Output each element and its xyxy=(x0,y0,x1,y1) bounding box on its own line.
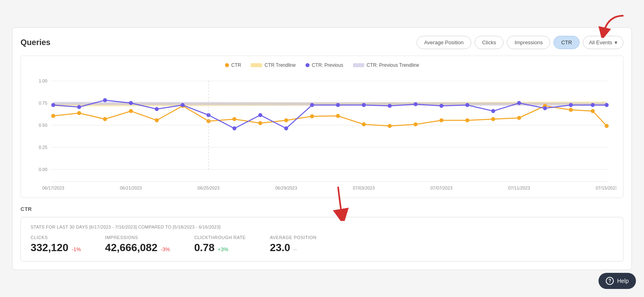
svg-point-55 xyxy=(569,103,573,107)
help-button[interactable]: ? Help xyxy=(599,273,636,289)
svg-point-12 xyxy=(51,114,55,118)
svg-point-40 xyxy=(181,103,185,107)
stat-ctr-value: 0.78 xyxy=(194,241,215,254)
ctr-section: CTR STATS FOR LAST 30 DAYS [6/17/2023 - … xyxy=(21,206,623,262)
legend-ctr-trendline-swatch xyxy=(251,63,262,67)
svg-point-51 xyxy=(465,103,469,107)
stat-impressions-change: -3% xyxy=(161,246,170,252)
svg-text:0.50: 0.50 xyxy=(39,122,47,127)
stat-ctr: CLICKTHROUGH RATE 0.78 +3% xyxy=(194,235,246,254)
svg-point-48 xyxy=(388,104,392,108)
svg-text:06/21/2023: 06/21/2023 xyxy=(120,185,142,190)
svg-point-33 xyxy=(591,109,595,113)
stat-ctr-change: +3% xyxy=(218,246,228,252)
svg-text:0.00: 0.00 xyxy=(39,167,47,171)
chevron-down-icon: ▾ xyxy=(615,39,617,45)
legend-ctr-previous-dot xyxy=(305,63,310,67)
svg-text:07/03/2023: 07/03/2023 xyxy=(353,185,375,190)
svg-point-25 xyxy=(388,124,392,128)
stat-clicks-value-row: 332,120 -1% xyxy=(31,241,81,254)
svg-point-44 xyxy=(284,126,288,130)
svg-text:07/07/2023: 07/07/2023 xyxy=(431,185,452,190)
svg-point-56 xyxy=(591,103,595,107)
filter-btn-ctr[interactable]: CTR xyxy=(553,36,580,49)
svg-point-21 xyxy=(284,118,288,122)
stat-impressions-label: IMPRESSIONS xyxy=(105,235,170,240)
stats-header: STATS FOR LAST 30 DAYS [6/17/2023 - 7/16… xyxy=(31,225,613,229)
svg-point-14 xyxy=(103,117,107,121)
svg-point-57 xyxy=(605,103,609,107)
svg-text:06/25/2023: 06/25/2023 xyxy=(198,185,219,190)
svg-point-36 xyxy=(77,105,81,109)
main-container: Queries Average Position Clicks Impressi… xyxy=(12,27,632,270)
stat-clicks: CLICKS 332,120 -1% xyxy=(31,235,81,254)
stat-avg-position-value: 23.0 xyxy=(270,241,290,254)
line-chart: 1.00 0.75 0.50 0.25 0.00 xyxy=(27,73,617,194)
stat-clicks-change: -1% xyxy=(72,246,81,252)
stat-impressions-value-row: 42,666,082 -3% xyxy=(105,241,170,254)
page-title: Queries xyxy=(21,38,50,47)
svg-point-29 xyxy=(491,117,495,121)
svg-point-45 xyxy=(310,103,314,107)
svg-point-47 xyxy=(362,103,366,107)
header-row: Queries Average Position Clicks Impressi… xyxy=(21,36,623,49)
svg-point-13 xyxy=(77,111,81,115)
all-events-wrapper: All Events ▾ xyxy=(583,36,623,49)
svg-text:07/11/2023: 07/11/2023 xyxy=(508,185,530,190)
svg-point-52 xyxy=(491,109,495,113)
filter-btn-impressions[interactable]: Impressions xyxy=(507,36,550,49)
svg-point-50 xyxy=(440,104,444,108)
filter-btn-clicks[interactable]: Clicks xyxy=(475,36,504,49)
svg-point-35 xyxy=(51,103,55,107)
svg-point-26 xyxy=(414,122,418,126)
stats-relative: STATS FOR LAST 30 DAYS [6/17/2023 - 7/16… xyxy=(21,217,623,262)
filter-buttons: Average Position Clicks Impressions CTR xyxy=(417,36,623,49)
stat-ctr-label: CLICKTHROUGH RATE xyxy=(194,235,246,240)
svg-point-22 xyxy=(310,114,314,118)
chart-container: CTR CTR Trendline CTR: Previous CTR: Pre… xyxy=(21,56,623,198)
stat-avg-position: AVERAGE POSITION 23.0 -- xyxy=(270,235,316,254)
svg-point-23 xyxy=(336,114,340,118)
svg-text:0.25: 0.25 xyxy=(39,144,47,149)
svg-text:06/17/2023: 06/17/2023 xyxy=(42,185,64,190)
svg-point-16 xyxy=(155,118,159,122)
svg-point-19 xyxy=(232,117,236,121)
svg-point-32 xyxy=(569,108,573,112)
svg-point-43 xyxy=(258,113,262,117)
svg-point-46 xyxy=(336,103,340,107)
stat-impressions: IMPRESSIONS 42,666,082 -3% xyxy=(105,235,170,254)
svg-text:06/29/2023: 06/29/2023 xyxy=(275,185,297,190)
svg-point-20 xyxy=(258,121,262,125)
stat-clicks-value: 332,120 xyxy=(31,241,68,254)
stats-box: STATS FOR LAST 30 DAYS [6/17/2023 - 7/16… xyxy=(21,217,623,262)
svg-point-24 xyxy=(362,122,366,126)
stat-avg-position-label: AVERAGE POSITION xyxy=(270,235,316,240)
svg-point-53 xyxy=(517,101,521,105)
svg-point-38 xyxy=(129,101,133,105)
legend-ctr-dot xyxy=(225,63,229,67)
stat-ctr-value-row: 0.78 +3% xyxy=(194,241,246,254)
svg-point-39 xyxy=(155,107,159,111)
svg-point-49 xyxy=(414,102,418,106)
stat-avg-position-change: -- xyxy=(293,246,297,252)
red-arrow-down-wrapper xyxy=(322,185,354,223)
stat-impressions-value: 42,666,082 xyxy=(105,241,157,254)
red-arrow-top xyxy=(595,14,627,39)
svg-text:07/15/2023: 07/15/2023 xyxy=(596,185,617,190)
legend-ctr-previous-trendline-swatch xyxy=(353,63,364,67)
svg-point-27 xyxy=(440,118,444,122)
svg-point-34 xyxy=(605,124,609,128)
svg-point-15 xyxy=(129,109,133,113)
legend-ctr-previous-trendline: CTR: Previous Trendline xyxy=(353,62,419,68)
svg-text:1.00: 1.00 xyxy=(39,78,47,83)
svg-point-28 xyxy=(465,118,469,122)
svg-text:0.75: 0.75 xyxy=(39,100,47,105)
legend-ctr-trendline: CTR Trendline xyxy=(251,62,295,68)
svg-point-54 xyxy=(543,106,547,110)
svg-point-42 xyxy=(232,126,236,130)
stat-clicks-label: CLICKS xyxy=(31,235,81,240)
legend-ctr: CTR xyxy=(225,62,242,68)
legend-ctr-previous: CTR: Previous xyxy=(305,62,343,68)
help-icon: ? xyxy=(606,277,614,285)
filter-btn-avg-position[interactable]: Average Position xyxy=(417,36,471,49)
